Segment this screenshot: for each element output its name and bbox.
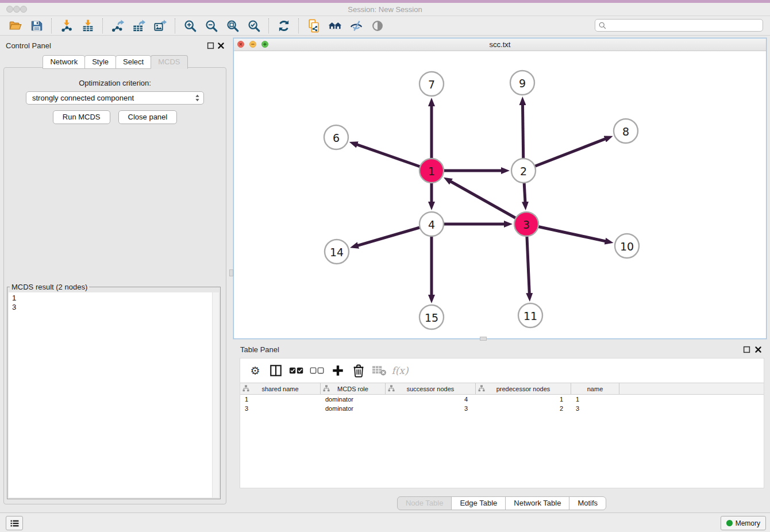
save-session-icon[interactable] xyxy=(28,18,45,34)
node-4[interactable]: 4 xyxy=(419,212,444,236)
float-panel-icon[interactable] xyxy=(207,42,214,49)
show-columns-icon[interactable] xyxy=(265,362,286,379)
task-history-button[interactable] xyxy=(6,516,23,530)
titlebar: Session: New Session xyxy=(0,3,770,16)
show-all-icon[interactable] xyxy=(368,18,386,34)
network-canvas[interactable]: 7968124314101511 xyxy=(234,51,766,338)
control-panel: Control Panel NetworkStyleSelectMCDS Opt… xyxy=(0,36,230,512)
result-scrollbar[interactable] xyxy=(212,292,219,498)
cell-shared-name[interactable]: 3 xyxy=(240,405,321,412)
hide-selection-icon[interactable] xyxy=(347,18,365,34)
column-header-label: MCDS role xyxy=(337,385,368,392)
column-header-successor-nodes[interactable]: successor nodes xyxy=(386,383,476,394)
import-table-icon[interactable] xyxy=(79,18,97,34)
function-builder-icon: f(x) xyxy=(390,362,410,379)
tab-style[interactable]: Style xyxy=(84,55,116,69)
toolbar-separator xyxy=(268,18,269,33)
node-6[interactable]: 6 xyxy=(324,125,348,149)
table-toolbar: ⚙ f(x) xyxy=(240,358,764,383)
mcds-tab-pane: Optimization criterion: strongly connect… xyxy=(3,67,226,504)
cell-predecessor-nodes[interactable]: 1 xyxy=(476,396,571,403)
mcds-result-area[interactable]: 13 xyxy=(9,292,219,498)
table-row[interactable]: 3dominator323 xyxy=(240,404,764,413)
svg-text:9: 9 xyxy=(519,77,526,90)
edge-3-1[interactable] xyxy=(451,182,526,224)
svg-text:7: 7 xyxy=(428,78,435,91)
deselect-all-icon[interactable] xyxy=(307,362,328,379)
svg-text:2: 2 xyxy=(520,165,527,178)
criterion-value: strongly connected component xyxy=(32,94,195,102)
tab-mcds[interactable]: MCDS xyxy=(151,55,187,69)
close-table-panel-icon[interactable] xyxy=(754,346,762,353)
refresh-icon[interactable] xyxy=(275,18,292,34)
open-session-icon[interactable] xyxy=(6,18,24,34)
cell-name[interactable]: 3 xyxy=(571,405,619,412)
tab-select[interactable]: Select xyxy=(116,55,151,69)
node-2[interactable]: 2 xyxy=(511,159,536,183)
import-network-icon[interactable] xyxy=(57,18,75,34)
node-7[interactable]: 7 xyxy=(419,72,444,96)
column-header-name[interactable]: name xyxy=(571,383,619,394)
tab-node-table[interactable]: Node Table xyxy=(397,496,452,510)
column-header-label: name xyxy=(587,385,603,392)
tab-motifs[interactable]: Motifs xyxy=(569,496,606,510)
export-image-icon[interactable] xyxy=(151,18,169,34)
svg-text:6: 6 xyxy=(333,132,340,144)
cell-successor-nodes[interactable]: 3 xyxy=(386,405,476,412)
splitter-grip-vertical[interactable] xyxy=(229,269,233,276)
cell-successor-nodes[interactable]: 4 xyxy=(386,396,476,403)
gear-icon[interactable]: ⚙ xyxy=(245,362,265,379)
export-network-icon[interactable] xyxy=(109,18,126,34)
table-panel: Table Panel ⚙ f(x) shared nameMCDS roles… xyxy=(233,342,770,512)
close-panel-button[interactable]: Close panel xyxy=(118,110,178,124)
memory-button[interactable]: Memory xyxy=(721,516,766,530)
zoom-out-icon[interactable] xyxy=(202,18,220,34)
cell-name[interactable]: 1 xyxy=(571,396,619,403)
tab-network-table[interactable]: Network Table xyxy=(505,496,569,510)
column-header-filler xyxy=(619,383,764,394)
zoom-fit-icon[interactable] xyxy=(224,18,241,34)
zoom-selected-icon[interactable] xyxy=(245,18,263,34)
splitter-grip-horizontal[interactable] xyxy=(480,337,487,341)
svg-text:15: 15 xyxy=(425,311,438,324)
node-8[interactable]: 8 xyxy=(614,119,638,143)
table-header-row: shared nameMCDS rolesuccessor nodesprede… xyxy=(240,383,764,395)
export-table-icon[interactable] xyxy=(130,18,148,34)
edge-2-8[interactable] xyxy=(523,139,606,171)
cell-mcds-role[interactable]: dominator xyxy=(321,405,386,412)
first-neighbors-icon[interactable] xyxy=(326,18,344,34)
node-10[interactable]: 10 xyxy=(615,234,639,258)
cell-predecessor-nodes[interactable]: 2 xyxy=(476,405,571,412)
run-mcds-button[interactable]: Run MCDS xyxy=(53,110,110,124)
svg-text:11: 11 xyxy=(523,310,537,322)
window-title: Session: New Session xyxy=(0,5,770,14)
node-11[interactable]: 11 xyxy=(518,303,542,327)
cell-shared-name[interactable]: 1 xyxy=(240,396,321,403)
tab-network[interactable]: Network xyxy=(43,55,85,69)
new-network-from-selection-icon[interactable] xyxy=(305,18,322,34)
add-row-icon[interactable] xyxy=(328,362,348,379)
select-all-icon[interactable] xyxy=(286,362,307,379)
search-box xyxy=(595,19,763,32)
table-row[interactable]: 1dominator411 xyxy=(240,395,764,404)
column-header-shared-name[interactable]: shared name xyxy=(240,383,321,394)
control-panel-tabs: NetworkStyleSelectMCDS xyxy=(0,55,230,69)
toolbar-separator xyxy=(175,18,175,33)
node-1[interactable]: 1 xyxy=(419,159,444,183)
delete-table-icon xyxy=(369,362,390,379)
delete-row-icon[interactable] xyxy=(348,362,369,379)
float-table-panel-icon[interactable] xyxy=(743,346,750,353)
column-header-mcds-role[interactable]: MCDS role xyxy=(321,383,386,394)
cell-mcds-role[interactable]: dominator xyxy=(321,396,386,403)
node-3[interactable]: 3 xyxy=(514,212,538,236)
node-15[interactable]: 15 xyxy=(419,305,444,329)
search-input[interactable] xyxy=(607,20,763,30)
column-header-predecessor-nodes[interactable]: predecessor nodes xyxy=(476,383,571,394)
node-9[interactable]: 9 xyxy=(510,71,534,95)
tab-edge-table[interactable]: Edge Table xyxy=(451,496,506,510)
node-14[interactable]: 14 xyxy=(325,240,349,264)
close-panel-icon[interactable] xyxy=(217,42,225,49)
criterion-dropdown[interactable]: strongly connected component xyxy=(26,91,204,105)
zoom-in-icon[interactable] xyxy=(181,18,199,34)
column-type-icon xyxy=(242,385,249,392)
